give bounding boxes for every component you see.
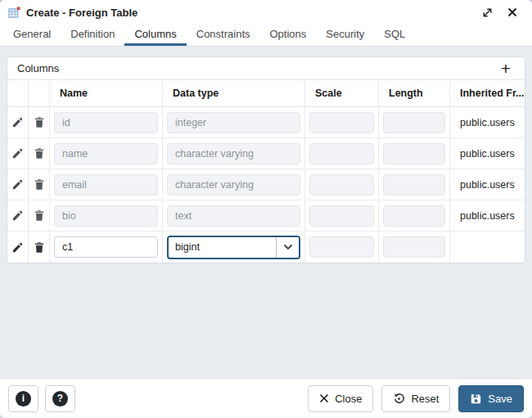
close-button-label: Close [335, 393, 362, 405]
dialog-tabbar: General Definition Columns Constraints O… [0, 25, 532, 47]
table-row-cell [29, 138, 50, 169]
column-datatype-input [167, 143, 300, 164]
delete-row-button[interactable] [29, 231, 49, 263]
header-data-type: Data type [163, 80, 305, 107]
delete-row-button[interactable] [29, 200, 49, 231]
column-length-input [383, 174, 445, 196]
table-row-cell [163, 107, 305, 138]
add-column-button[interactable]: + [495, 59, 516, 79]
tab-sql[interactable]: SQL [374, 25, 415, 46]
columns-panel-title: Columns [17, 62, 59, 74]
table-icon [8, 7, 20, 19]
column-scale-input [309, 143, 374, 164]
table-row-cell [50, 138, 163, 169]
table-row-cell [305, 169, 379, 200]
expand-icon[interactable] [477, 2, 497, 22]
table-row-cell [50, 200, 163, 231]
column-inherited-from [450, 231, 525, 263]
table-row-cell [50, 231, 163, 263]
column-datatype-input [167, 205, 300, 227]
header-length: Length [379, 80, 450, 107]
column-scale-input [309, 236, 374, 258]
header-scale: Scale [305, 80, 379, 107]
close-icon[interactable] [503, 2, 522, 22]
edit-row-button[interactable] [7, 138, 28, 169]
table-row-cell: bigint [163, 231, 305, 263]
table-row-cell [163, 169, 305, 200]
table-row-cell [50, 107, 163, 138]
columns-panel: Columns + Name Data type Scale Length In… [7, 56, 525, 263]
save-floppy-icon [470, 393, 482, 405]
reset-icon [393, 393, 405, 405]
save-button[interactable]: Save [458, 385, 524, 412]
tab-columns[interactable]: Columns [124, 25, 186, 46]
column-name-input [54, 174, 158, 196]
dialog-title: Create - Foreign Table [26, 7, 138, 19]
tab-options[interactable]: Options [260, 25, 317, 46]
help-button[interactable]: ? [45, 385, 75, 412]
table-row-cell [379, 200, 450, 231]
header-edit-spacer [7, 80, 29, 107]
delete-row-button[interactable] [29, 138, 49, 169]
header-delete-spacer [29, 80, 50, 107]
table-row-cell [305, 200, 379, 231]
column-length-input [383, 236, 445, 258]
info-icon: i [16, 391, 31, 407]
column-name-input[interactable] [54, 236, 158, 258]
table-row-cell [7, 107, 29, 138]
edit-row-button[interactable] [7, 231, 28, 263]
table-row-cell [163, 200, 305, 231]
tab-constraints[interactable]: Constraints [187, 25, 260, 46]
column-datatype-input [167, 112, 300, 133]
delete-row-button[interactable] [29, 169, 49, 200]
help-icon: ? [52, 391, 68, 407]
header-name: Name [50, 80, 163, 107]
table-row-cell [7, 169, 29, 200]
column-datatype-select[interactable]: bigint [167, 236, 300, 259]
table-row-cell [305, 138, 379, 169]
close-x-icon [319, 393, 329, 403]
column-name-input [54, 112, 158, 133]
table-row-cell [305, 107, 379, 138]
table-row-cell [163, 138, 305, 169]
column-inherited-from: public.users [450, 169, 525, 200]
edit-row-button[interactable] [7, 169, 28, 200]
tab-general[interactable]: General [3, 25, 61, 46]
column-name-input [54, 205, 158, 227]
column-length-input [383, 143, 445, 164]
table-row-cell [7, 231, 29, 263]
table-row-cell [29, 169, 50, 200]
table-row-cell [7, 138, 29, 169]
create-foreign-table-dialog: Create - Foreign Table General Definitio… [0, 0, 532, 418]
table-row-cell [379, 107, 450, 138]
table-row-cell [379, 231, 450, 263]
dialog-titlebar: Create - Foreign Table [0, 0, 532, 25]
table-row-cell [50, 169, 163, 200]
info-button[interactable]: i [8, 385, 38, 412]
column-length-input [383, 205, 445, 227]
column-scale-input [309, 112, 374, 133]
column-inherited-from: public.users [450, 200, 525, 231]
close-button[interactable]: Close [308, 385, 373, 412]
tab-definition[interactable]: Definition [61, 25, 124, 46]
header-inherited-from: Inherited Fr... [450, 80, 525, 107]
table-row-cell [379, 169, 450, 200]
table-row-cell [29, 107, 50, 138]
column-length-input [383, 112, 445, 133]
column-scale-input [309, 174, 374, 196]
column-name-input [54, 143, 158, 164]
table-row-cell [7, 200, 29, 231]
tab-security[interactable]: Security [316, 25, 374, 46]
columns-panel-header: Columns + [7, 57, 525, 80]
edit-row-button[interactable] [7, 200, 28, 231]
column-inherited-from: public.users [450, 138, 525, 169]
delete-row-button[interactable] [29, 107, 49, 137]
reset-button[interactable]: Reset [381, 385, 450, 412]
table-row-cell [29, 231, 50, 263]
save-button-label: Save [488, 393, 512, 405]
edit-row-button[interactable] [7, 107, 28, 137]
table-row-cell [29, 200, 50, 231]
columns-table: Name Data type Scale Length Inherited Fr… [7, 80, 525, 263]
column-datatype-input [167, 174, 300, 196]
table-row-cell [305, 231, 379, 263]
